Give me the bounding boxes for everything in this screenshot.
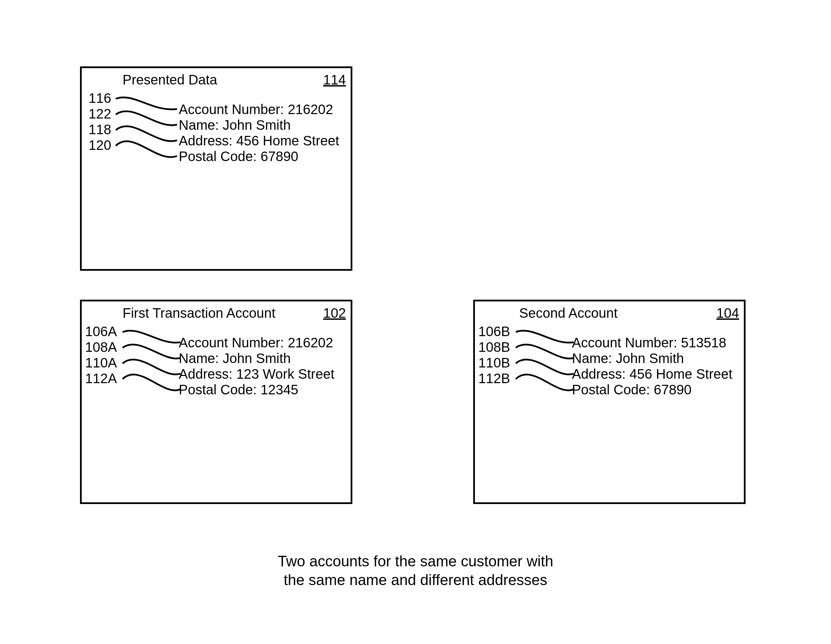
first-label-4: 112A [85, 371, 117, 386]
second-account: Account Number: 513518 [572, 335, 726, 350]
first-account-ref: 102 [323, 306, 346, 321]
first-label-2: 108A [85, 340, 117, 355]
presented-label-3: 118 [89, 122, 111, 137]
first-name: Name: John Smith [179, 351, 291, 365]
diagram-root: Presented Data 114 Account Number: 21620… [0, 0, 831, 644]
second-postal: Postal Code: 67890 [572, 383, 691, 397]
presented-label-4: 120 [89, 137, 111, 153]
presented-postal: Postal Code: 67890 [179, 149, 298, 163]
second-leadlines [513, 322, 580, 400]
first-account-box: First Transaction Account 102 Account Nu… [80, 300, 352, 504]
first-label-1: 106A [85, 324, 117, 339]
second-name: Name: John Smith [572, 351, 684, 365]
second-address: Address: 456 Home Street [572, 367, 732, 381]
presented-account: Account Number: 216202 [179, 102, 333, 116]
presented-data-ref: 114 [323, 72, 346, 88]
presented-data-title: Presented Data [123, 72, 217, 88]
presented-data-box: Presented Data 114 Account Number: 21620… [80, 66, 352, 271]
second-label-3: 110B [478, 355, 510, 371]
caption-line-1: Two accounts for the same customer with [0, 552, 831, 571]
presented-name: Name: John Smith [179, 118, 291, 132]
caption-line-2: the same name and different addresses [0, 571, 831, 589]
second-label-1: 106B [478, 324, 510, 339]
figure-caption: Two accounts for the same customer with … [0, 552, 831, 589]
second-account-box: Second Account 104 Account Number: 51351… [473, 300, 745, 504]
second-account-ref: 104 [716, 306, 739, 321]
first-account: Account Number: 216202 [179, 335, 333, 350]
second-account-title: Second Account [519, 306, 618, 321]
first-label-3: 110A [85, 355, 117, 371]
presented-address: Address: 456 Home Street [179, 134, 339, 148]
presented-label-2: 122 [89, 106, 111, 121]
first-postal: Postal Code: 12345 [179, 383, 298, 397]
second-label-4: 112B [478, 371, 510, 386]
first-account-title: First Transaction Account [123, 306, 275, 321]
first-address: Address: 123 Work Street [179, 367, 334, 381]
first-leadlines [119, 322, 187, 400]
second-label-2: 108B [478, 340, 510, 355]
presented-leadlines [112, 89, 180, 167]
presented-label-1: 116 [89, 91, 111, 106]
